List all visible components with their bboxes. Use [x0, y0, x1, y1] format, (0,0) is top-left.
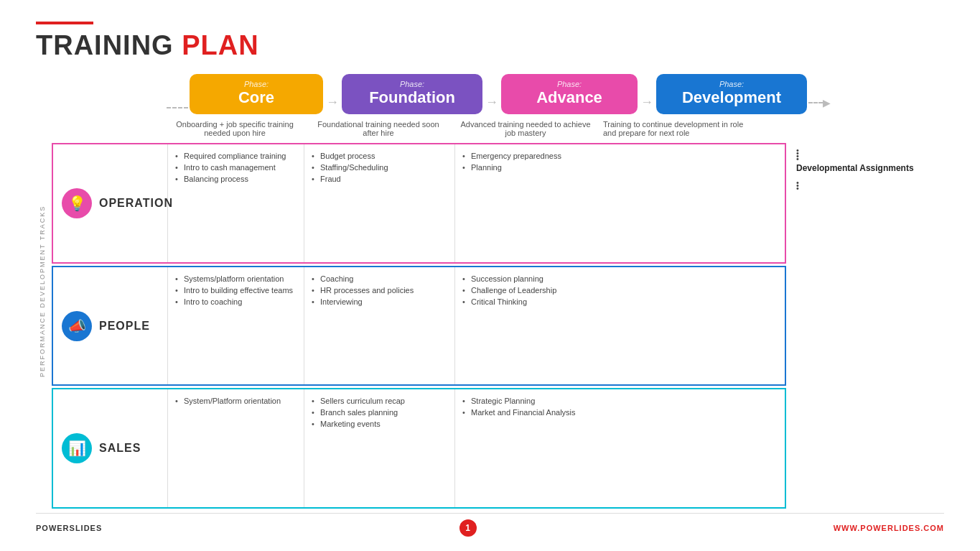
desc-foundation: Foundational training needed soon after … — [303, 117, 454, 140]
desc-row: Onboarding + job specific training neede… — [52, 117, 944, 140]
title-black: TRAINING — [36, 30, 182, 60]
phase-core-name: Core — [197, 88, 316, 107]
phase-foundation-label: Phase: — [349, 80, 475, 88]
arrow-2: → — [485, 95, 498, 114]
dev-assignments-title: Developmental Assignments — [796, 163, 944, 173]
list-item: Marketing events — [312, 418, 447, 430]
operation-foundation-list: Budget process Staffing/Scheduling Fraud — [312, 150, 447, 185]
list-item: Budget process — [312, 150, 447, 162]
list-item: Emergency preparedness — [462, 150, 592, 162]
sales-advance-cell: Strategic Planning Market and Financial … — [455, 389, 599, 507]
content-grid: PERFORMANCE DEVELOPMENT TRACKS Phase: Co… — [36, 74, 944, 509]
operation-advance-cell: Emergency preparedness Planning — [455, 144, 599, 262]
operation-core-cell: Required compliance training Intro to ca… — [168, 144, 304, 262]
operation-foundation-cell: Budget process Staffing/Scheduling Fraud — [304, 144, 455, 262]
list-item: • — [796, 153, 944, 156]
track-people: 📣 PEOPLE Systems/platform orientation In… — [52, 266, 786, 386]
operation-icon: 💡 — [62, 188, 92, 218]
list-item: Intro to coaching — [175, 296, 297, 307]
list-item: Staffing/Scheduling — [312, 162, 447, 173]
list-item: System/Platform orientation — [175, 395, 297, 407]
list-item: Branch sales planning — [312, 407, 447, 418]
list-item: Intro to cash management — [175, 162, 297, 173]
list-item: Critical Thinking — [462, 296, 592, 307]
list-item: HR processes and policies — [312, 284, 447, 296]
operation-title: OPERATION — [99, 197, 173, 210]
desc-advance: Advanced training needed to achieve job … — [454, 117, 597, 140]
sales-icon: 📊 — [62, 433, 92, 463]
header-line — [36, 22, 93, 24]
arrow-3: → — [640, 95, 653, 114]
list-item: Sellers curriculum recap — [312, 395, 447, 407]
phase-foundation-name: Foundation — [349, 88, 475, 107]
list-item: Intro to building effective teams — [175, 284, 297, 296]
footer-right: WWW.POWERLIDES.COM — [834, 524, 944, 532]
phase-development-label: Phase: — [663, 80, 800, 88]
list-item: Challenge of Leadership — [462, 284, 592, 296]
track-operation: 💡 OPERATION Required compliance training… — [52, 143, 786, 264]
tracks-table: 💡 OPERATION Required compliance training… — [52, 143, 786, 509]
footer-left: POWERSLIDES — [36, 524, 102, 532]
development-column: • • • • Developmental Assignments • • • — [786, 143, 944, 509]
people-advance-list: Succession planning Challenge of Leaders… — [462, 273, 592, 307]
people-title: PEOPLE — [99, 320, 150, 333]
phase-core-label: Phase: — [197, 80, 316, 88]
track-people-label: 📣 PEOPLE — [53, 267, 168, 385]
operation-advance-list: Emergency preparedness Planning — [462, 150, 592, 173]
phase-advance: Phase: Advance — [501, 74, 638, 114]
list-item: Planning — [462, 162, 592, 173]
sales-foundation-cell: Sellers curriculum recap Branch sales pl… — [304, 389, 455, 507]
sales-advance-list: Strategic Planning Market and Financial … — [462, 395, 592, 418]
list-item: • — [796, 182, 944, 185]
list-item: Systems/platform orientation — [175, 273, 297, 284]
dev-assignments-list: • • • — [796, 177, 944, 185]
phase-advance-name: Advance — [508, 88, 630, 107]
footer: POWERSLIDES 1 WWW.POWERLIDES.COM — [36, 513, 944, 537]
list-item: Succession planning — [462, 273, 592, 284]
sales-title: SALES — [99, 442, 141, 455]
sales-foundation-list: Sellers curriculum recap Branch sales pl… — [312, 395, 447, 430]
list-item: Balancing process — [175, 173, 297, 185]
page-title: TRAINING PLAN — [36, 30, 944, 61]
vertical-label: PERFORMANCE DEVELOPMENT TRACKS — [36, 74, 49, 509]
people-core-cell: Systems/platform orientation Intro to bu… — [168, 267, 304, 385]
dev-main-list: • • • • — [796, 144, 944, 156]
footer-page: 1 — [459, 519, 477, 537]
people-advance-cell: Succession planning Challenge of Leaders… — [455, 267, 599, 385]
people-icon: 📣 — [62, 311, 92, 341]
arrow-1: → — [326, 95, 339, 114]
list-item: Required compliance training — [175, 150, 297, 162]
sales-core-cell: System/Platform orientation — [168, 389, 304, 507]
phase-advance-label: Phase: — [508, 80, 630, 88]
phase-foundation: Phase: Foundation — [342, 74, 482, 114]
phase-development-name: Development — [663, 88, 800, 107]
phase-development: Phase: Development — [656, 74, 807, 114]
people-foundation-list: Coaching HR processes and policies Inter… — [312, 273, 447, 307]
people-core-list: Systems/platform orientation Intro to bu… — [175, 273, 297, 307]
list-item: Market and Financial Analysis — [462, 407, 592, 418]
sales-core-list: System/Platform orientation — [175, 395, 297, 407]
desc-core: Onboarding + job specific training neede… — [167, 117, 303, 140]
left-side: Phase: Core → Phase: Foundation → — [52, 74, 944, 509]
tracks-dev-area: 💡 OPERATION Required compliance training… — [52, 143, 944, 509]
people-foundation-cell: Coaching HR processes and policies Inter… — [304, 267, 455, 385]
list-item: Interviewing — [312, 296, 447, 307]
track-operation-label: 💡 OPERATION — [53, 144, 168, 262]
page: TRAINING PLAN PERFORMANCE DEVELOPMENT TR… — [0, 0, 980, 551]
desc-development: Training to continue development in role… — [597, 117, 755, 140]
phase-core: Phase: Core — [190, 74, 323, 114]
track-sales-label: 📊 SALES — [53, 389, 168, 507]
list-item: Strategic Planning — [462, 395, 592, 407]
operation-core-list: Required compliance training Intro to ca… — [175, 150, 297, 185]
title-red: PLAN — [182, 30, 258, 60]
list-item: Fraud — [312, 173, 447, 185]
track-sales: 📊 SALES System/Platform orientation Sell… — [52, 388, 786, 509]
list-item: Coaching — [312, 273, 447, 284]
